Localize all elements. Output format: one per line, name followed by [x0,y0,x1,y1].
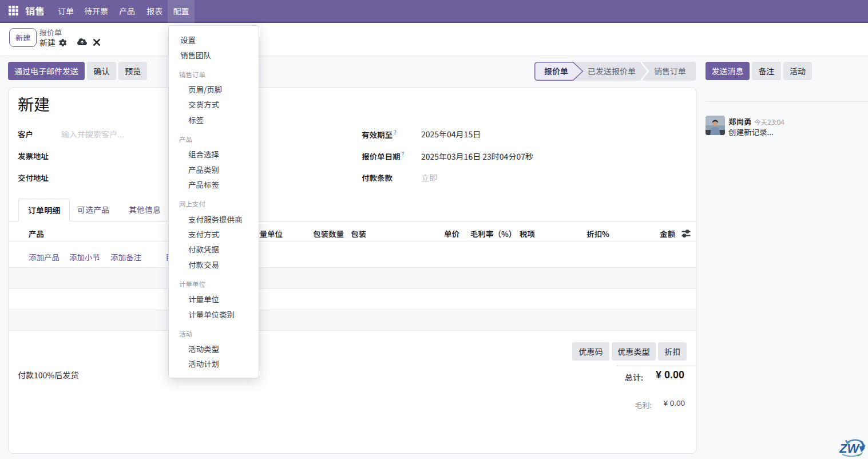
svg-text:ZW: ZW [839,441,860,456]
